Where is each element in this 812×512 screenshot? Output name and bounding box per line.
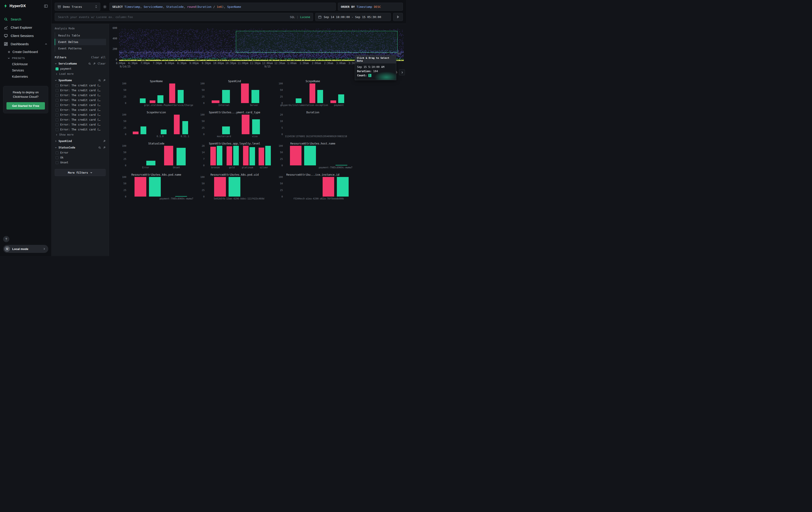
bar[interactable] [210, 147, 216, 165]
tab-event-deltas[interactable]: Event Deltas [55, 39, 106, 45]
get-started-button[interactable]: Get Started for Free [6, 102, 45, 110]
checkbox[interactable] [56, 113, 58, 116]
sidebar-item-client-sessions[interactable]: Client Sessions [0, 32, 51, 40]
bar[interactable] [338, 95, 344, 103]
pin-icon[interactable] [103, 146, 106, 149]
search-icon[interactable] [98, 146, 101, 149]
checkbox[interactable] [56, 128, 58, 131]
bar[interactable] [323, 177, 335, 196]
checkbox-checked[interactable]: ✓ [56, 68, 58, 70]
filter-group-statuscode-header[interactable]: StatusCode [54, 144, 106, 150]
checkbox[interactable] [56, 109, 58, 111]
bar[interactable] [157, 95, 163, 103]
sql-select-input[interactable]: SELECT Timestamp, ServiceName, StatusCod… [109, 3, 336, 11]
clear-filter-button[interactable]: Clear [97, 62, 106, 65]
pin-icon[interactable] [93, 62, 96, 65]
sidebar-item-chart-explorer[interactable]: Chart Explorer [0, 23, 51, 32]
presets-toggle[interactable]: PRESETS [5, 55, 51, 61]
sidebar-item-kubernetes[interactable]: Kubernetes [5, 74, 51, 80]
source-select[interactable]: Demo Traces [55, 3, 100, 11]
gear-icon[interactable] [103, 5, 107, 9]
bar[interactable] [146, 161, 155, 165]
bar[interactable] [164, 146, 173, 165]
checkbox[interactable] [56, 123, 58, 126]
filter-option[interactable]: ✓payment [54, 66, 106, 71]
order-by-input[interactable]: ORDER BY Timestamp DESC [338, 3, 403, 11]
bar[interactable] [178, 90, 183, 103]
sidebar-item-dashboards[interactable]: Dashboards [0, 40, 51, 48]
filter-option[interactable]: Error: The credit card (… [54, 112, 106, 117]
bar[interactable] [217, 146, 222, 165]
bar[interactable] [330, 100, 336, 103]
filter-option[interactable]: Error: The credit card (… [54, 122, 106, 127]
filter-option[interactable]: Ok [54, 155, 106, 160]
bar[interactable] [250, 147, 255, 165]
bar[interactable] [227, 146, 232, 165]
sidebar-collapse-icon[interactable] [44, 4, 48, 8]
filter-group-servicename-header[interactable]: ServiceName Clear [54, 60, 106, 66]
bar[interactable] [259, 147, 264, 165]
run-query-button[interactable] [393, 13, 403, 21]
clear-all-button[interactable]: Clear all [91, 56, 106, 59]
bar[interactable] [222, 127, 230, 134]
date-range-picker[interactable]: Sep 14 18:00:00 - Sep 15 05:30:00 [315, 13, 391, 21]
bar[interactable] [296, 99, 301, 103]
checkbox[interactable] [56, 99, 58, 102]
more-filters-button[interactable]: More filters [55, 169, 106, 176]
bar[interactable] [252, 90, 259, 103]
sql-mode-toggle[interactable]: SQL [290, 16, 295, 19]
filter-option[interactable]: Error: The credit card (… [54, 93, 106, 98]
bar[interactable] [290, 146, 302, 165]
search-icon[interactable] [98, 79, 101, 82]
bar[interactable] [140, 99, 146, 103]
tab-event-patterns[interactable]: Event Patterns [55, 45, 106, 52]
filter-option[interactable]: Error: The credit card (… [54, 103, 106, 108]
bar[interactable] [317, 90, 323, 103]
bar[interactable] [177, 148, 186, 165]
bar[interactable] [310, 83, 315, 103]
filter-option[interactable]: Error: The credit card (… [54, 88, 106, 93]
tab-results-table[interactable]: Results Table [55, 32, 106, 39]
search-input[interactable] [58, 15, 288, 19]
bar[interactable] [182, 121, 188, 134]
filter-option[interactable]: Error: The credit card (… [54, 83, 106, 88]
filter-option[interactable]: Error: The credit card (… [54, 108, 106, 112]
search-icon[interactable] [88, 62, 91, 65]
bar[interactable] [174, 115, 180, 134]
checkbox[interactable] [56, 94, 58, 97]
bar[interactable] [150, 100, 155, 103]
bar[interactable] [212, 100, 220, 103]
bar[interactable] [241, 83, 249, 103]
filter-option[interactable]: Error: The credit card (… [54, 127, 106, 132]
filter-group-spanname-header[interactable]: SpanName [54, 77, 106, 83]
filter-option[interactable]: Error: The credit card (… [54, 98, 106, 103]
bar[interactable] [135, 177, 146, 196]
bar[interactable] [304, 146, 316, 165]
filter-group-spankind-header[interactable]: SpanKind [54, 137, 106, 144]
sidebar-item-services[interactable]: Services [5, 67, 51, 74]
checkbox[interactable] [56, 118, 58, 121]
help-button[interactable]: ? [3, 236, 9, 242]
bar[interactable] [222, 90, 230, 103]
sidebar-item-clickhouse[interactable]: ClickHouse [5, 61, 51, 67]
show-more-button[interactable]: Show more [54, 132, 106, 137]
selection-handle[interactable] [397, 53, 401, 54]
checkbox[interactable] [56, 156, 58, 159]
bar[interactable] [242, 115, 250, 134]
pin-icon[interactable] [103, 79, 106, 82]
bar[interactable] [265, 146, 271, 165]
checkbox[interactable] [56, 84, 58, 87]
local-mode-menu[interactable]: U Local mode [3, 245, 48, 253]
checkbox[interactable] [56, 89, 58, 92]
bar[interactable] [169, 83, 175, 103]
pin-icon[interactable] [103, 140, 106, 142]
bar[interactable] [233, 146, 239, 165]
filter-option[interactable]: Error [54, 150, 106, 155]
filter-option[interactable]: Unset [54, 160, 106, 165]
checkbox[interactable] [56, 104, 58, 107]
bar[interactable] [337, 177, 349, 196]
bar[interactable] [133, 132, 139, 134]
bar[interactable] [141, 127, 146, 134]
bar[interactable] [149, 177, 161, 196]
filter-option[interactable]: Error: The credit card (… [54, 117, 106, 122]
